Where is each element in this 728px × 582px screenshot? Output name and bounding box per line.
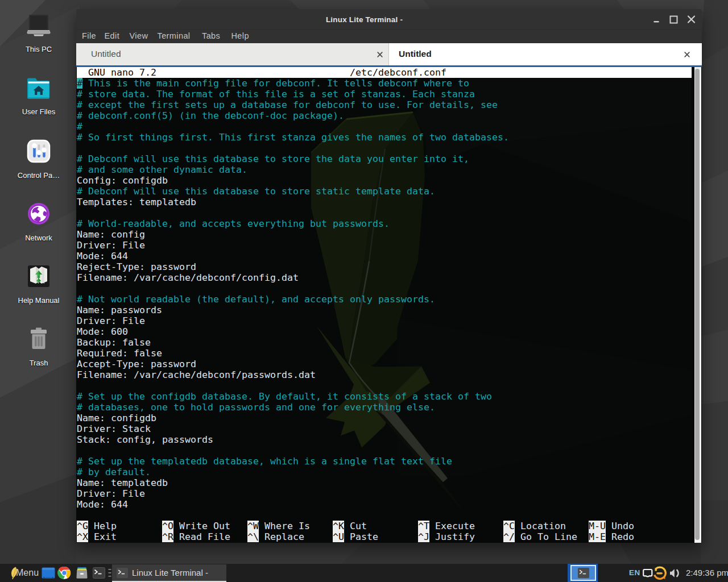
nano-titlebar: GNU nano 7.2 /etc/debconf.conf	[77, 67, 692, 78]
nano-text-line: # World-readable, and accepts everything…	[77, 218, 509, 229]
menu-button-label: Menu	[16, 564, 39, 581]
terminal-icon	[116, 567, 129, 581]
nano-shortcut-key: ^O	[162, 521, 173, 531]
nano-shortcut-key: ^W	[247, 521, 259, 531]
home-folder-icon	[8, 76, 69, 101]
tab-bar: Untitled Untitled	[76, 43, 702, 67]
desktop-icon-label: Network	[8, 234, 69, 242]
terminal-screen[interactable]: GNU nano 7.2 /etc/debconf.conf # This is…	[76, 67, 702, 543]
nano-text-line	[77, 380, 509, 391]
help-manual-icon	[8, 264, 69, 289]
desktop-icon-label: Trash	[8, 359, 69, 367]
desktop-icon-network[interactable]: Network	[8, 201, 69, 242]
nano-text-line: # Debconf will use this database to stor…	[77, 186, 509, 197]
show-desktop-icon[interactable]	[41, 566, 56, 582]
desktop-icon-label: User Files	[8, 107, 69, 116]
tab-label: Untitled	[399, 43, 432, 65]
menu-file[interactable]: File	[82, 30, 96, 43]
desktop: This PC User Files Control Pa… Network	[0, 0, 728, 582]
nano-text-line: Driver: File	[77, 488, 509, 499]
nano-text-line: # and some other dynamic data.	[77, 164, 509, 175]
nano-shortcut-key: ^U	[333, 531, 344, 542]
taskbar: Menu Linux Lite Terminal -	[0, 564, 728, 582]
nano-text-line: Name: templatedb	[77, 477, 509, 488]
nano-shortcut-key: ^C	[503, 521, 515, 531]
nano-text-line: Name: config	[77, 229, 509, 240]
nano-text-line: Driver: Stack	[77, 423, 509, 434]
menu-view[interactable]: View	[130, 30, 148, 43]
tab-untitled-2[interactable]: Untitled	[389, 43, 702, 65]
computer-icon	[8, 14, 69, 39]
nano-text-line: # by default.	[77, 467, 509, 477]
desktop-icon-label: Control Pa…	[8, 171, 69, 180]
nano-text-line: # debconf.conf(5) (in the debconf-doc pa…	[77, 110, 509, 121]
nano-text-line: # Not world readable (the default), and …	[77, 294, 509, 305]
terminal-window: Linux Lite Terminal - FileEditViewTermin…	[76, 9, 702, 543]
tab-close-icon[interactable]	[376, 51, 384, 59]
nano-text-line: # except the first sets up a database fo…	[77, 99, 509, 110]
keyboard-layout-indicator[interactable]: EN	[629, 564, 640, 581]
nano-shortcut-key: ^\	[247, 531, 259, 542]
desktop-icon-control-pa[interactable]: Control Pa…	[8, 139, 69, 180]
nano-text-line: #	[77, 121, 509, 132]
close-icon	[682, 11, 700, 28]
nano-text-line: Filename: /var/cache/debconf/passwords.d…	[77, 369, 509, 380]
desktop-icon-label: Help Manual	[8, 296, 69, 305]
nano-help-row: ^X Exit ^R Read File ^\ Replace ^U Paste…	[77, 531, 634, 542]
nano-shortcut-key: M-E	[589, 531, 606, 542]
menu-edit[interactable]: Edit	[105, 30, 120, 43]
nano-text-line: Config: configdb	[77, 175, 509, 186]
taskbar-window-button[interactable]: Linux Lite Terminal -	[112, 564, 226, 582]
window-title: Linux Lite Terminal -	[76, 9, 652, 30]
nano-text-line: Backup: false	[77, 337, 509, 348]
nano-shortcut-key: ^K	[333, 521, 344, 531]
tray-highlighted-terminal[interactable]	[568, 564, 598, 582]
taskbar-window-label: Linux Lite Terminal -	[132, 564, 208, 581]
nano-text-line: # Debconf will use this database to stor…	[77, 153, 509, 164]
nano-shortcut-bar: ^G Help ^O Write Out ^W Where Is ^K Cut …	[77, 521, 634, 542]
nano-version-and-filename: GNU nano 7.2 /etc/debconf.conf	[77, 67, 692, 78]
nano-text-line: Name: passwords	[77, 305, 509, 315]
terminal-launcher-icon[interactable]	[92, 566, 106, 582]
terminal-icon	[577, 567, 590, 581]
desktop-icon-label: This PC	[8, 45, 69, 53]
chrome-icon[interactable]	[57, 566, 71, 582]
nano-text-line: Filename: /var/cache/debconf/config.dat	[77, 272, 509, 283]
window-titlebar[interactable]: Linux Lite Terminal -	[76, 9, 702, 30]
nano-text-line: Name: configdb	[77, 413, 509, 423]
display-icon[interactable]	[643, 568, 653, 580]
menu-tabs[interactable]: Tabs	[202, 30, 220, 43]
desktop-icon-this-pc[interactable]: This PC	[8, 14, 69, 53]
taskbar-clock[interactable]: 2:49:36 pm	[686, 564, 728, 581]
maximize-button[interactable]	[665, 11, 682, 28]
speaker-icon[interactable]	[669, 568, 680, 580]
updates-icon[interactable]	[653, 566, 667, 582]
scrollbar-thumb[interactable]	[695, 69, 700, 540]
nano-shortcut-key: ^J	[418, 531, 429, 542]
minimize-button[interactable]	[648, 11, 665, 28]
close-button[interactable]	[682, 11, 700, 28]
menu-bar: FileEditViewTerminalTabsHelp	[76, 30, 702, 43]
nano-text-line	[77, 283, 509, 294]
nano-text-line: Driver: File	[77, 315, 509, 326]
nano-text-line: # Set up the configdb database. By defau…	[77, 391, 509, 402]
network-globe-icon	[8, 201, 69, 226]
desktop-icon-user-files[interactable]: User Files	[8, 76, 69, 116]
tab-untitled-1[interactable]: Untitled	[76, 43, 389, 65]
nano-text-line: # databases, one to hold passwords and o…	[77, 402, 509, 413]
menu-terminal[interactable]: Terminal	[158, 30, 191, 43]
nano-text-line: Required: false	[77, 348, 509, 359]
tab-close-icon[interactable]	[683, 51, 691, 59]
nano-text-line: Accept-Type: password	[77, 359, 509, 369]
nano-text-line: Reject-Type: password	[77, 261, 509, 272]
desktop-icon-trash[interactable]: Trash	[8, 326, 69, 367]
desktop-icon-help-manual[interactable]: Help Manual	[8, 264, 69, 305]
trash-icon	[8, 326, 69, 351]
menu-help[interactable]: Help	[231, 30, 249, 43]
control-panel-icon	[8, 139, 69, 164]
nano-text-line	[77, 445, 509, 456]
nano-text-line: # This is the main config file for debco…	[77, 78, 509, 89]
file-manager-icon[interactable]	[75, 566, 89, 582]
terminal-scrollbar[interactable]	[694, 67, 701, 543]
tab-label: Untitled	[91, 43, 121, 65]
